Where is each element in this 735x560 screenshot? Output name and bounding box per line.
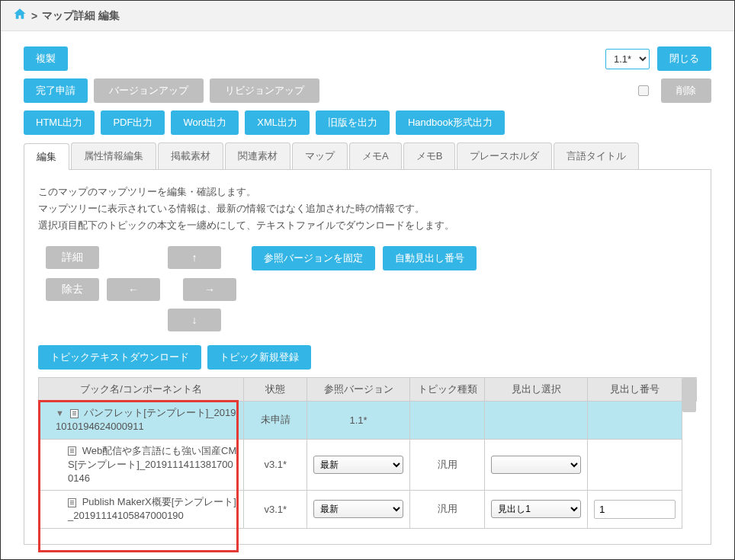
collapse-icon[interactable]: ▼: [56, 408, 64, 418]
row-name: Publish MakerX概要[テンプレート]_201911141058470…: [68, 496, 236, 521]
row-status: 未申請: [244, 402, 307, 439]
row-topic-type: 汎用: [409, 491, 484, 528]
fix-ref-version-button[interactable]: 参照バージョンを固定: [252, 246, 375, 270]
th-heading-sel[interactable]: 見出し選択: [485, 378, 588, 402]
word-output-button[interactable]: Word出力: [171, 110, 239, 135]
row-ref-version: 1.1*: [307, 402, 410, 439]
panel-desc-1: このマップのマップツリーを編集・確認します。: [38, 184, 697, 200]
tab-edit[interactable]: 編集: [24, 143, 69, 170]
xml-output-button[interactable]: XML出力: [245, 110, 310, 135]
row-topic-type: 汎用: [409, 439, 484, 491]
detail-button[interactable]: 詳細: [46, 246, 99, 269]
topic-new-register-button[interactable]: トピック新規登録: [207, 345, 311, 370]
version-select[interactable]: 1.1*: [605, 49, 650, 69]
scrollbar[interactable]: [682, 378, 697, 402]
th-topic-type[interactable]: トピック種類: [409, 378, 484, 402]
row-status: v3.1*: [244, 439, 307, 491]
th-heading-num[interactable]: 見出し番号: [587, 378, 682, 402]
version-up-button[interactable]: バージョンアップ: [94, 78, 204, 103]
tree-table: ブック名/コンポーネント名 状態 参照バージョン トピック種類 見出し選択 見出…: [38, 377, 697, 528]
home-icon[interactable]: [13, 7, 27, 24]
duplicate-button[interactable]: 複製: [24, 46, 68, 71]
panel-desc-3: 選択項目配下のトピックの本文を一纏めにして、テキストファイルでダウンロードをしま…: [38, 217, 697, 234]
tab-map[interactable]: マップ: [292, 142, 348, 169]
row-status: v3.1*: [244, 491, 307, 528]
tab-placeholder[interactable]: プレースホルダ: [457, 142, 552, 169]
tab-lang-title[interactable]: 言語タイトル: [554, 142, 639, 169]
edit-panel: このマップのマップツリーを編集・確認します。 マップツリーに表示されている情報は…: [24, 170, 711, 545]
auto-heading-button[interactable]: 自動見出し番号: [383, 246, 477, 270]
ref-version-select[interactable]: 最新: [313, 456, 403, 474]
row-topic-type: [409, 402, 484, 439]
oldversion-output-button[interactable]: 旧版を出力: [316, 110, 390, 135]
pdf-output-button[interactable]: PDF出力: [101, 110, 165, 135]
breadcrumb-separator: >: [31, 10, 37, 22]
th-ref-version[interactable]: 参照バージョン: [307, 378, 410, 402]
move-down-button[interactable]: ↓: [168, 309, 221, 331]
delete-button[interactable]: 削除: [661, 78, 711, 103]
tab-memo-a[interactable]: メモA: [349, 142, 402, 169]
row-heading-num: [587, 402, 682, 439]
remove-button[interactable]: 除去: [46, 278, 99, 301]
topic-text-download-button[interactable]: トピックテキストダウンロード: [38, 345, 201, 370]
heading-select[interactable]: [491, 456, 581, 474]
row-heading-sel: [485, 402, 588, 439]
page-icon: [70, 409, 79, 418]
row-heading-num: [587, 439, 682, 491]
table-row[interactable]: ▼ パンフレット[テンプレート]_20191010194624000911 未申…: [39, 402, 697, 439]
panel-desc-2: マップツリーに表示されている情報は、最新の情報ではなく追加された時の情報です。: [38, 200, 697, 217]
heading-num-input[interactable]: [594, 500, 676, 519]
tab-attribute-edit[interactable]: 属性情報編集: [71, 142, 156, 169]
tab-posted-materials[interactable]: 掲載素材: [158, 142, 223, 169]
html-output-button[interactable]: HTML出力: [24, 110, 95, 135]
breadcrumb-title: マップ詳細 編集: [42, 9, 120, 23]
th-name[interactable]: ブック名/コンポーネント名: [39, 378, 244, 402]
tab-memo-b[interactable]: メモB: [403, 142, 456, 169]
th-status[interactable]: 状態: [244, 378, 307, 402]
move-left-button[interactable]: ←: [107, 278, 160, 301]
move-right-button[interactable]: →: [183, 278, 236, 301]
table-row[interactable]: Publish MakerX概要[テンプレート]_201911141058470…: [39, 491, 697, 528]
close-button[interactable]: 閉じる: [657, 46, 711, 71]
page-icon: [68, 498, 76, 507]
breadcrumb-bar: > マップ詳細 編集: [1, 1, 734, 31]
page-icon: [68, 446, 76, 456]
ref-version-select[interactable]: 最新: [313, 500, 403, 518]
revision-up-button[interactable]: リビジョンアップ: [210, 78, 319, 103]
tab-related-materials[interactable]: 関連素材: [225, 142, 290, 169]
delete-checkbox[interactable]: [638, 85, 649, 96]
complete-request-button[interactable]: 完了申請: [24, 78, 88, 103]
tabs: 編集 属性情報編集 掲載素材 関連素材 マップ メモA メモB プレースホルダ …: [24, 142, 711, 170]
move-up-button[interactable]: ↑: [168, 246, 221, 269]
heading-select[interactable]: 見出し1: [491, 500, 581, 518]
handbook-output-button[interactable]: Handbook形式出力: [396, 110, 505, 135]
row-name: パンフレット[テンプレート]_20191010194624000911: [56, 407, 236, 432]
row-name: Web配信や多言語にも強い国産CMS[テンプレート]_2019111411381…: [68, 445, 236, 484]
table-row[interactable]: Web配信や多言語にも強い国産CMS[テンプレート]_2019111411381…: [39, 439, 697, 491]
